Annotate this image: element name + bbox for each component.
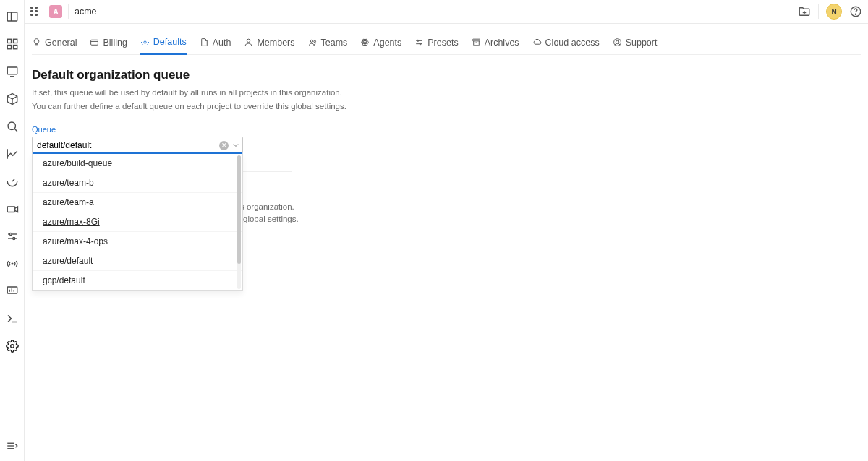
monitor-icon[interactable] [6,65,19,78]
svg-point-33 [144,40,146,43]
svg-point-17 [12,263,13,264]
panel-icon[interactable] [6,10,19,23]
top-header: A acme N [25,0,868,24]
user-avatar[interactable]: N [826,4,842,20]
svg-point-36 [313,40,315,43]
tab-label: Defaults [153,37,187,47]
queue-dropdown: azure/build-queueazure/team-bazure/team-… [32,154,243,291]
tab-label: Archives [485,38,519,48]
tab-defaults[interactable]: Defaults [140,33,187,55]
tab-label: Auth [213,38,231,48]
svg-rect-6 [7,67,17,74]
tab-presets[interactable]: Presets [414,33,458,54]
broadcast-icon[interactable] [6,257,19,270]
help-icon[interactable] [849,5,862,18]
svg-point-15 [9,233,12,236]
svg-line-11 [12,179,14,181]
left-nav-rail [0,0,25,461]
queue-field-label: Queue [32,125,495,134]
svg-rect-2 [7,39,11,43]
svg-point-9 [8,122,16,130]
tab-auth[interactable]: Auth [200,33,231,54]
queue-option[interactable]: gcp/default [33,271,242,290]
queue-option[interactable]: azure/team-a [33,193,242,212]
svg-rect-4 [7,46,11,49]
clear-icon[interactable]: ✕ [219,141,229,150]
tab-label: Members [257,38,294,48]
tab-label: Presets [427,38,458,48]
svg-point-48 [616,40,618,43]
svg-rect-3 [13,39,17,43]
gauge-icon[interactable] [6,175,19,188]
settings-icon[interactable] [6,340,19,353]
divider [68,4,69,19]
svg-point-30 [855,14,856,14]
section-desc-partial: s organization. [240,201,495,213]
drag-handle[interactable] [30,7,41,17]
svg-point-37 [365,42,366,43]
tab-label: Agents [373,38,401,48]
chart-icon[interactable] [6,147,19,160]
svg-rect-5 [13,46,17,49]
org-badge[interactable]: A [49,5,62,18]
queue-option[interactable]: azure/max-8Gi [33,212,242,232]
queue-option[interactable]: azure/build-queue [33,154,242,173]
sliders-icon[interactable] [6,230,19,243]
camera-icon[interactable] [6,202,19,215]
settings-tabs: GeneralBillingDefaultsAuthMembersTeamsAg… [32,33,861,55]
tab-archives[interactable]: Archives [472,33,519,54]
presentation-icon[interactable] [6,285,19,298]
tab-billing[interactable]: Billing [90,33,127,54]
tab-label: Billing [103,38,127,48]
section-title: Default organization queue [32,68,495,82]
box-icon[interactable] [6,92,19,105]
expand-icon[interactable] [6,439,19,452]
section-desc: If set, this queue will be used by defau… [32,87,495,99]
tab-general[interactable]: General [32,33,77,54]
svg-rect-31 [91,40,98,45]
folder-icon[interactable] [798,5,811,18]
tab-agents[interactable]: Agents [360,33,401,54]
queue-option[interactable]: azure/max-4-ops [33,232,242,251]
section-desc-partial: global settings. [243,213,495,225]
queue-combobox: ✕ azure/build-queueazure/team-bazure/tea… [32,137,243,154]
queue-input[interactable] [32,137,243,154]
tab-label: Teams [321,38,348,48]
svg-rect-0 [7,12,17,21]
queue-section: Default organization queue If set, this … [32,68,495,154]
svg-rect-45 [472,39,480,41]
svg-point-23 [10,345,14,348]
tab-label: Cloud access [545,38,600,48]
queue-option[interactable]: azure/team-b [33,173,242,193]
tab-teams[interactable]: Teams [308,33,348,54]
svg-point-16 [12,238,14,240]
grid-icon[interactable] [6,38,19,51]
svg-point-34 [247,39,250,42]
svg-rect-18 [7,287,17,293]
tab-cloud-access[interactable]: Cloud access [532,33,600,54]
scrollbar-thumb[interactable] [237,155,241,264]
org-name[interactable]: acme [75,7,97,17]
svg-point-35 [310,40,312,42]
search-icon[interactable] [6,120,19,133]
svg-rect-12 [7,207,15,212]
svg-line-10 [14,129,17,132]
tab-members[interactable]: Members [244,33,294,54]
tab-label: General [45,38,77,48]
divider [818,4,819,19]
tab-support[interactable]: Support [613,33,658,54]
tab-label: Support [626,38,658,48]
queue-option[interactable]: azure/default [33,251,242,271]
terminal-icon[interactable] [6,312,19,325]
chevron-down-icon[interactable] [231,141,240,150]
section-desc: You can further define a default queue o… [32,100,495,113]
